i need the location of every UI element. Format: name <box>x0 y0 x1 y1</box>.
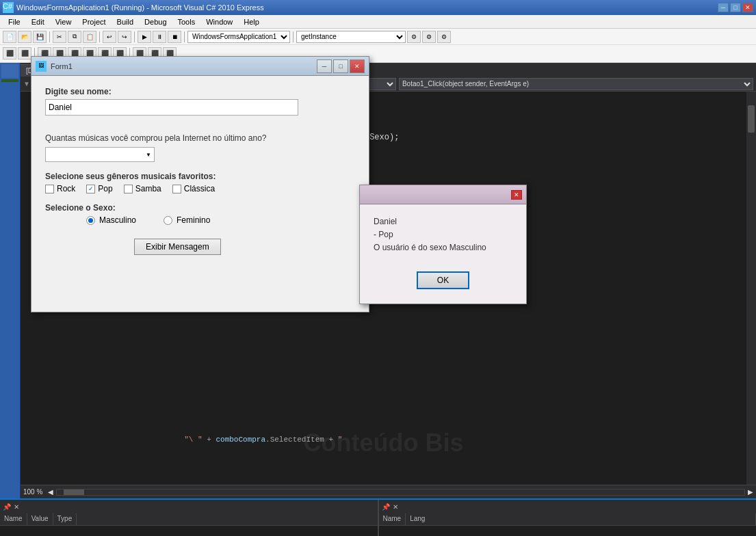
menu-view[interactable]: View <box>50 16 77 27</box>
msgbox-close-btn[interactable]: ✕ <box>511 190 522 200</box>
callstack-close-icon[interactable]: ✕ <box>393 503 398 511</box>
toolbar2-btn1[interactable]: ⬛ <box>3 47 16 59</box>
masculino-radio-dot <box>88 218 93 223</box>
callstack-col-lang: Lang <box>406 513 756 525</box>
name-label: Digite seu nome: <box>45 87 355 96</box>
locals-col-header: Name Value Type <box>0 513 378 526</box>
locals-panel: 📌 ✕ Name Value Type <box>0 500 379 536</box>
radio-feminino[interactable]: Feminino <box>164 215 210 225</box>
h-scroll-arrow-right[interactable]: ▶ <box>748 488 753 496</box>
toolbar1: 📄 📂 💾 ✂ ⧉ 📋 ↩ ↪ ▶ ⏸ ⏹ WindowsFormsApplic… <box>0 29 756 45</box>
title-bar: C# WindowsFormsApplication1 (Running) - … <box>0 0 756 15</box>
h-scroll-thumb[interactable] <box>64 490 84 495</box>
toolbar-btn-new[interactable]: 📄 <box>3 31 16 43</box>
music-group: Quantas músicas você comprou pela Intern… <box>45 133 355 162</box>
callstack-pin-icon[interactable]: 📌 <box>382 503 390 511</box>
form1-minimize-btn[interactable]: ─ <box>317 59 332 73</box>
msgbox-titlebar: ✕ <box>360 185 526 204</box>
menu-tools[interactable]: Tools <box>172 16 201 27</box>
genre-pop[interactable]: ✓ Pop <box>86 184 112 193</box>
ok-button[interactable]: OK <box>417 271 469 289</box>
method-selector[interactable]: Botao1_Click(object sender, EventArgs e) <box>399 78 753 90</box>
masculino-label: Masculino <box>99 215 136 225</box>
toolbar-btn-stop[interactable]: ⏹ <box>168 31 181 43</box>
minimize-button[interactable]: ─ <box>718 3 729 12</box>
zoom-level[interactable]: 100 % <box>23 488 42 496</box>
code-context: "\ " + comboCompra.SelectedItem + " <box>130 436 342 444</box>
classica-checkbox[interactable] <box>172 185 181 193</box>
rock-checkbox[interactable] <box>45 185 54 193</box>
radio-masculino[interactable]: Masculino <box>86 215 136 225</box>
callstack-content <box>379 526 757 536</box>
menu-build[interactable]: Build <box>112 16 139 27</box>
feminino-radio[interactable] <box>164 216 172 225</box>
sex-radios: Masculino Feminino <box>45 215 355 225</box>
nav-combo[interactable]: getInstance <box>296 31 406 43</box>
toolbar-btn-start[interactable]: ▶ <box>138 31 151 43</box>
toolbar-btn-misc1[interactable]: ⚙ <box>407 31 421 43</box>
genre-samba[interactable]: Samba <box>124 184 161 193</box>
horizontal-scrollbar[interactable] <box>56 489 745 496</box>
toolbar-btn-redo[interactable]: ↪ <box>118 31 131 43</box>
app-icon: C# <box>3 2 14 13</box>
sidebar-btn1[interactable] <box>1 64 18 78</box>
menu-project[interactable]: Project <box>77 16 111 27</box>
menu-window[interactable]: Window <box>200 16 238 27</box>
msgbox-line1: Daniel <box>374 215 512 228</box>
callstack-panel-header: 📌 ✕ <box>379 500 757 513</box>
masculino-radio[interactable] <box>86 216 95 225</box>
menu-edit[interactable]: Edit <box>26 16 50 27</box>
toolbar-sep3 <box>134 31 135 42</box>
locals-panel-header: 📌 ✕ <box>0 500 378 513</box>
toolbar-btn-save[interactable]: 💾 <box>33 31 47 43</box>
debug-target-combo[interactable]: WindowsFormsApplication1 <box>187 31 290 43</box>
menu-help[interactable]: Help <box>238 16 265 27</box>
locals-pin-icon[interactable]: 📌 <box>3 503 11 511</box>
name-input[interactable] <box>45 99 298 116</box>
toolbar-btn-misc2[interactable]: ⚙ <box>422 31 436 43</box>
close-button[interactable]: ✕ <box>742 3 753 12</box>
toolbar-btn-paste[interactable]: 📋 <box>83 31 96 43</box>
menu-file[interactable]: File <box>3 16 26 27</box>
locals-col-type: Type <box>53 513 77 525</box>
toolbar-btn-undo[interactable]: ↩ <box>103 31 116 43</box>
toolbar-btn-copy[interactable]: ⧉ <box>68 31 81 43</box>
bottom-panels: 📌 ✕ Name Value Type 📌 ✕ Name Lang <box>0 498 756 536</box>
genre-classica[interactable]: Clássica <box>172 184 215 193</box>
callstack-panel: 📌 ✕ Name Lang <box>379 500 757 536</box>
toolbar-btn-cut[interactable]: ✂ <box>53 31 66 43</box>
rock-label: Rock <box>57 184 75 193</box>
menu-debug[interactable]: Debug <box>139 16 172 27</box>
scroll-thumb[interactable] <box>748 105 755 133</box>
toolbar-sep5 <box>293 31 294 42</box>
feminino-label: Feminino <box>177 215 210 225</box>
vertical-scrollbar[interactable] <box>746 92 756 485</box>
pop-checkbox[interactable]: ✓ <box>86 185 95 193</box>
locals-col-value: Value <box>27 513 53 525</box>
zoom-bar: 100 % ◀ ▶ <box>21 485 756 498</box>
exibir-mensagem-button[interactable]: Exibir Mensagem <box>134 239 221 255</box>
maximize-button[interactable]: □ <box>730 3 741 12</box>
genres-group: Selecione seus gêneros musicais favorito… <box>45 172 355 193</box>
music-combo[interactable]: ▼ <box>45 147 155 162</box>
toolbar2-btn2[interactable]: ⬛ <box>18 47 31 59</box>
toolbar-btn-pause[interactable]: ⏸ <box>153 31 166 43</box>
pop-label: Pop <box>98 184 112 193</box>
callstack-col-name: Name <box>379 513 406 525</box>
toolbar-btn-open[interactable]: 📂 <box>18 31 31 43</box>
msgbox-content: Daniel - Pop O usuário é do sexo Masculi… <box>360 204 526 266</box>
form1-titlebar: 🖼 Form1 ─ □ ✕ <box>31 57 369 76</box>
pop-check-mark: ✓ <box>88 185 94 192</box>
combo-arrow-icon: ▼ <box>146 152 154 158</box>
form1-maximize-btn[interactable]: □ <box>333 59 348 73</box>
genre-rock[interactable]: Rock <box>45 184 75 193</box>
form1-controls: ─ □ ✕ <box>317 59 365 73</box>
locals-close-icon[interactable]: ✕ <box>14 503 19 511</box>
toolbar-sep4 <box>184 31 185 42</box>
h-scroll-arrow-left[interactable]: ◀ <box>48 488 53 496</box>
samba-checkbox[interactable] <box>124 185 133 193</box>
toolbar-btn-misc3[interactable]: ⚙ <box>437 31 451 43</box>
form1-close-btn[interactable]: ✕ <box>350 59 365 73</box>
genres-label: Selecione seus gêneros musicais favorito… <box>45 172 355 181</box>
menu-bar: File Edit View Project Build Debug Tools… <box>0 15 756 29</box>
